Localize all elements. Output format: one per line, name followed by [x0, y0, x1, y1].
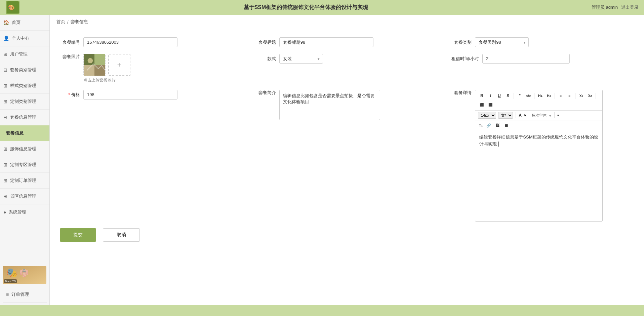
detail-label: 套餐详情	[451, 90, 472, 96]
main-layout: 🏠 首页 👤 个人中心 ⊞ 用户管理 ⊟ 套餐类别管理 ⊞ 样式类别管理 ⊞ 定…	[0, 15, 644, 305]
font-size-select[interactable]: 14px 12px 16px 18px	[478, 112, 496, 119]
sidebar-item-user-mgmt[interactable]: ⊞ 用户管理	[0, 46, 49, 62]
summary-textarea[interactable]: 编辑信息比如包含是否需要景点拍摄、是否需要文化体验项目	[279, 90, 380, 120]
dot-icon: ●	[3, 209, 6, 215]
sidebar-item-package-detail[interactable]: 套餐信息	[0, 125, 49, 141]
package-number-input[interactable]: 1674638662003	[83, 37, 177, 47]
logout-button[interactable]: 退出登录	[621, 4, 639, 10]
breadcrumb-sep: /	[67, 19, 69, 25]
bold-button[interactable]: B	[478, 92, 485, 100]
package-title-input[interactable]	[279, 37, 373, 47]
toolbar-sep-4	[575, 93, 575, 99]
quote-button[interactable]: "	[516, 92, 523, 100]
rental-time-input[interactable]	[482, 54, 570, 64]
image-button[interactable]: 🖼	[494, 122, 501, 129]
photo-add-button[interactable]: +	[108, 54, 130, 76]
package-photo-label: 套餐照片	[60, 54, 80, 60]
sidebar-item-package-info[interactable]: ⊟ 套餐信息管理	[0, 110, 49, 125]
sidebar-item-system[interactable]: ● 系统管理	[0, 204, 49, 220]
editor-content[interactable]: 编辑套餐详细信息基于SSM框架的传统服饰文化平台体验的设计与实现	[475, 130, 602, 221]
link-button[interactable]: 🔗	[485, 122, 492, 129]
home-icon: 🏠	[3, 20, 9, 25]
svg-text:🎭: 🎭	[6, 267, 18, 278]
sidebar-item-custom-type[interactable]: ⊞ 定制类别管理	[0, 94, 49, 110]
code-button[interactable]: </>	[525, 92, 532, 100]
superscript-button[interactable]: X2	[586, 92, 594, 100]
header-user: 管理员 admin 退出登录	[592, 4, 639, 10]
form-area: 套餐编号 1674638662003 套餐标题 套餐类别 套餐类别98 套餐类别…	[50, 29, 644, 305]
font-type-group: 文本	[498, 112, 513, 119]
h2-button[interactable]: H2	[545, 92, 553, 100]
sidebar-item-style-type[interactable]: ⊞ 样式类别管理	[0, 78, 49, 94]
toolbar-sep-1	[514, 93, 514, 99]
list2-icon: ⊟	[3, 115, 7, 120]
style-select[interactable]: 女装 男装 童装	[279, 54, 323, 64]
photo-group: + 点击上传套餐照片	[83, 54, 130, 83]
breadcrumb-home[interactable]: 首页	[56, 19, 65, 25]
form-group-rental: 租借时间/小时	[451, 54, 634, 64]
sidebar-item-custom-zone-label: 定制专区管理	[10, 162, 36, 168]
toolbar-sep-7	[529, 112, 529, 118]
submit-button[interactable]: 提交	[60, 228, 96, 242]
sidebar-item-package-type[interactable]: ⊟ 套餐类别管理	[0, 62, 49, 78]
toolbar-sep-5	[596, 93, 596, 99]
underline-button[interactable]: U	[495, 92, 503, 100]
font-family-wrapper: ▼	[549, 113, 552, 118]
style-select-wrapper: 女装 男装 童装 ▼	[279, 54, 323, 64]
align-left-button[interactable]: ⬛	[478, 101, 485, 108]
sidebar-item-order-label: 订单管理	[11, 291, 29, 298]
price-input[interactable]	[83, 90, 177, 100]
toolbar-sep-8	[554, 112, 555, 118]
table-button[interactable]: ⊞	[502, 122, 510, 129]
photo-thumbnail[interactable]	[83, 54, 106, 76]
grid6-icon: ⊞	[3, 178, 7, 183]
main-content: 首页 / 套餐信息 套餐编号 1674638662003 套餐标题 套餐类别	[50, 15, 644, 305]
price-label: * 价格	[60, 92, 80, 98]
thumbnail-image	[84, 54, 105, 76]
sidebar-item-style-label: 样式类别管理	[10, 83, 36, 89]
package-type-select[interactable]: 套餐类别98 套餐类别01	[475, 37, 529, 47]
cancel-button[interactable]: 取消	[103, 228, 140, 242]
package-number-label: 套餐编号	[60, 39, 80, 45]
align-center-button[interactable]: ≡	[557, 114, 559, 117]
svg-point-10	[88, 58, 93, 64]
font-type-select[interactable]: 文本	[498, 112, 513, 119]
form-buttons: 提交 取消	[60, 228, 634, 248]
svg-text:👘: 👘	[19, 268, 29, 277]
toolbar-sep-6	[516, 112, 516, 118]
h1-button[interactable]: H1	[536, 92, 544, 100]
sidebar-item-custom-order[interactable]: ⊞ 定制订单管理	[0, 173, 49, 189]
sidebar-item-home[interactable]: 🏠 首页	[0, 15, 49, 31]
sidebar-item-order[interactable]: ≡ 订单管理	[3, 287, 47, 303]
italic-button[interactable]: I	[487, 92, 494, 100]
toolbar-sep-3	[555, 93, 555, 99]
form-row-3: * 价格 套餐简介 编辑信息比如包含是否需要景点拍摄、是否需要文化体验项目 套餐…	[60, 90, 634, 222]
list-ordered-button[interactable]: ≡	[557, 92, 564, 100]
menu-icon: ≡	[6, 292, 9, 297]
editor-toolbar-row2: 14px 12px 16px 18px 文本	[475, 111, 602, 120]
font-family-label: 标准字体	[532, 113, 547, 118]
summary-label: 套餐简介	[256, 90, 276, 96]
subscript-button[interactable]: X2	[577, 92, 585, 100]
highlight-button[interactable]: A	[524, 113, 526, 117]
clear-format-button[interactable]: Tx	[478, 122, 484, 129]
sidebar-item-custom-zone[interactable]: ⊞ 定制专区管理	[0, 157, 49, 173]
package-title-label: 套餐标题	[256, 39, 276, 45]
list-unordered-button[interactable]: ≡	[566, 92, 573, 100]
breadcrumb: 首页 / 套餐信息	[50, 15, 644, 29]
form-group-title: 套餐标题	[256, 37, 438, 47]
font-color-button[interactable]: A	[519, 113, 522, 118]
align-right-button[interactable]: ⬛	[487, 101, 494, 108]
sidebar-item-clothing[interactable]: ⊞ 服饰信息管理	[0, 141, 49, 157]
strikethrough-button[interactable]: S	[504, 92, 512, 100]
person-icon: 👤	[3, 36, 9, 41]
sidebar-decoration-1: 🎭 👘 BacK TO	[3, 266, 46, 284]
sidebar-item-personal[interactable]: 👤 个人中心	[0, 31, 49, 46]
rental-time-label: 租借时间/小时	[451, 56, 479, 62]
toolbar-sep-2	[534, 93, 534, 99]
sidebar-item-scenic[interactable]: ⊞ 景区信息管理	[0, 189, 49, 204]
grid-icon: ⊞	[3, 51, 7, 57]
photo-hint: 点击上传套餐照片	[83, 77, 130, 83]
svg-text:🎨: 🎨	[8, 4, 15, 11]
list-icon: ⊟	[3, 67, 7, 73]
